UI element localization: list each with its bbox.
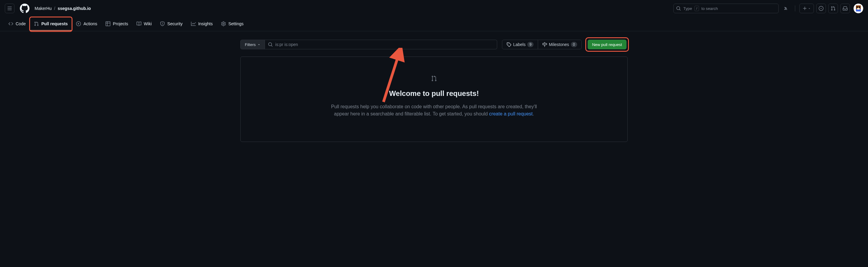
new-pr-label: New pull request (592, 42, 622, 47)
labels-count: 9 (527, 42, 533, 47)
plus-icon (802, 6, 807, 11)
triangle-down-icon (257, 43, 260, 46)
nav-actions-label: Actions (83, 21, 97, 26)
create-new-button[interactable] (799, 4, 814, 13)
breadcrumb-separator: / (54, 6, 55, 11)
issues-button[interactable] (816, 4, 826, 13)
nav-pull-requests-label: Pull requests (41, 21, 68, 26)
filters-label: Filters (245, 42, 256, 47)
blank-state-text: Pull requests help you collaborate on co… (326, 103, 542, 118)
nav-wiki[interactable]: Wiki (133, 18, 155, 31)
pr-toolbar: Filters Labels 9 Milestones 0 New pull (240, 38, 628, 51)
filter-input[interactable] (275, 42, 494, 47)
git-pull-request-icon (831, 6, 836, 11)
filter-search-wrap[interactable] (265, 40, 497, 49)
nav-wiki-label: Wiki (144, 21, 152, 26)
global-header: MakerHu / ssegsa.github.io Type / to sea… (0, 0, 868, 17)
svg-rect-3 (859, 7, 860, 8)
notifications-button[interactable] (840, 4, 850, 13)
nav-security[interactable]: Security (156, 18, 186, 31)
inbox-icon (843, 6, 847, 11)
labels-button[interactable]: Labels 9 (502, 40, 538, 49)
nav-code[interactable]: Code (5, 18, 29, 31)
git-pull-request-icon (430, 75, 438, 82)
svg-rect-5 (857, 8, 860, 10)
global-search[interactable]: Type / to search (673, 4, 779, 13)
create-pr-link[interactable]: create a pull request (489, 111, 533, 116)
search-suffix: to search (702, 6, 718, 11)
user-avatar[interactable] (854, 4, 863, 13)
book-icon (136, 21, 142, 26)
nav-settings-label: Settings (228, 21, 244, 26)
nav-pull-requests[interactable]: Pull requests (30, 18, 71, 31)
shield-icon (160, 21, 165, 26)
nav-insights-label: Insights (198, 21, 213, 26)
table-icon (105, 21, 111, 26)
command-palette-icon (783, 6, 788, 11)
github-mark-icon (20, 4, 29, 13)
header-divider (795, 5, 795, 11)
nav-code-label: Code (16, 21, 26, 26)
breadcrumb-owner[interactable]: MakerHu (35, 6, 52, 11)
new-pull-request-button[interactable]: New pull request (588, 40, 626, 49)
command-palette-button[interactable] (781, 4, 791, 13)
hamburger-icon (7, 6, 12, 11)
nav-projects-label: Projects (113, 21, 128, 26)
triangle-down-icon (808, 7, 811, 10)
nav-projects[interactable]: Projects (102, 18, 132, 31)
tag-icon (506, 42, 511, 47)
labels-label: Labels (513, 42, 525, 47)
nav-settings[interactable]: Settings (217, 18, 247, 31)
milestones-count: 0 (571, 42, 577, 47)
nav-actions[interactable]: Actions (72, 18, 101, 31)
svg-rect-2 (857, 7, 858, 8)
nav-security-label: Security (167, 21, 183, 26)
blank-period: . (533, 111, 534, 116)
blank-state: Welcome to pull requests! Pull requests … (240, 57, 628, 142)
github-logo[interactable] (19, 3, 30, 14)
blank-state-icon-wrap (253, 75, 615, 82)
breadcrumb-repo[interactable]: ssegsa.github.io (58, 6, 91, 11)
search-icon (268, 42, 273, 47)
hamburger-menu-button[interactable] (5, 4, 14, 13)
labels-milestones-group: Labels 9 Milestones 0 (502, 40, 582, 49)
nav-insights[interactable]: Insights (187, 18, 216, 31)
git-pull-request-icon (34, 21, 39, 26)
breadcrumb: MakerHu / ssegsa.github.io (35, 6, 91, 11)
milestones-button[interactable]: Milestones 0 (538, 40, 581, 49)
milestone-icon (542, 42, 547, 47)
blank-state-title: Welcome to pull requests! (253, 89, 615, 98)
pull-requests-button[interactable] (828, 4, 838, 13)
filters-button[interactable]: Filters (240, 40, 265, 49)
avatar-image (854, 4, 863, 13)
issue-opened-icon (819, 6, 824, 11)
graph-icon (191, 21, 196, 26)
repo-nav: Code Pull requests Actions Projects Wiki… (0, 17, 868, 31)
search-kbd: / (694, 6, 699, 11)
play-icon (76, 21, 81, 26)
main-content: Filters Labels 9 Milestones 0 New pull (236, 31, 632, 149)
search-icon (676, 6, 681, 11)
search-prefix: Type (683, 6, 692, 11)
milestones-label: Milestones (549, 42, 569, 47)
gear-icon (221, 21, 226, 26)
code-icon (8, 21, 13, 26)
